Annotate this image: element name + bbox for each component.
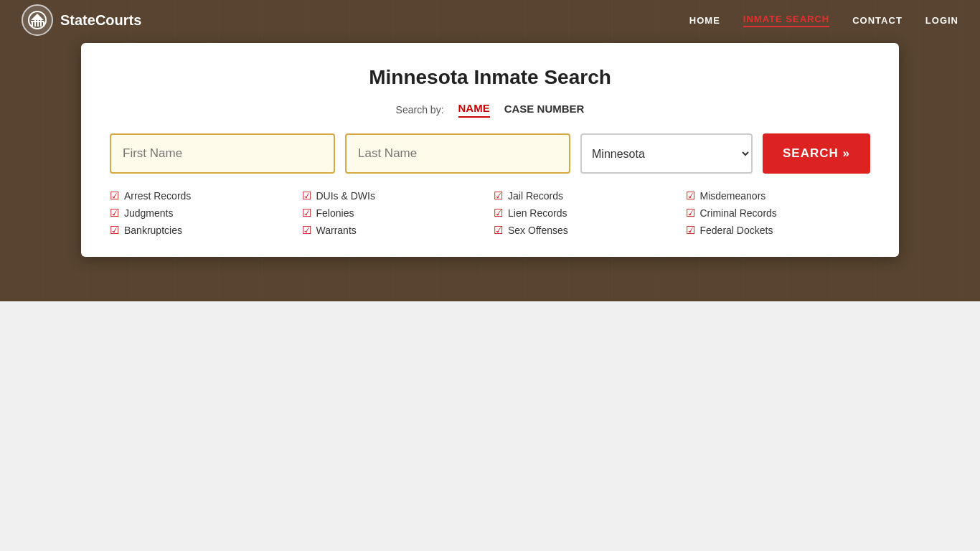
logo-area: StateCourts	[22, 4, 141, 36]
checkbox-label: Jail Records	[508, 190, 563, 202]
checkbox-item: ☑DUIs & DWIs	[302, 189, 487, 202]
checkbox-item: ☑Misdemeanors	[686, 189, 871, 202]
nav-home[interactable]: HOME	[689, 15, 720, 26]
top-navigation: StateCourts HOME INMATE SEARCH CONTACT L…	[0, 0, 980, 40]
search-by-label: Search by:	[396, 104, 444, 116]
check-icon: ☑	[110, 189, 119, 202]
checkbox-label: Felonies	[316, 207, 354, 219]
search-card: Minnesota Inmate Search Search by: NAME …	[81, 43, 899, 257]
checkbox-label: Bankruptcies	[124, 225, 182, 236]
svg-rect-1	[32, 22, 33, 27]
checkbox-item: ☑Bankruptcies	[110, 224, 295, 237]
checkbox-label: Judgments	[124, 207, 173, 219]
checkbox-item: ☑Lien Records	[494, 207, 679, 220]
check-icon: ☑	[302, 207, 311, 220]
first-name-input[interactable]	[110, 133, 335, 174]
svg-rect-5	[43, 22, 44, 27]
checkbox-item: ☑Criminal Records	[686, 207, 871, 220]
checkbox-label: DUIs & DWIs	[316, 190, 375, 202]
nav-contact[interactable]: CONTACT	[852, 15, 903, 26]
check-icon: ☑	[494, 207, 503, 220]
search-by-row: Search by: NAME CASE NUMBER	[110, 102, 870, 118]
checkbox-item: ☑Arrest Records	[110, 189, 295, 202]
hero-section: COURTHOUSE StateCourts HOME INMATE SEARC	[0, 0, 980, 301]
check-icon: ☑	[494, 189, 503, 202]
checkbox-label: Criminal Records	[700, 207, 777, 219]
nav-inmate-search[interactable]: INMATE SEARCH	[743, 14, 829, 27]
checkbox-label: Arrest Records	[124, 190, 191, 202]
checkbox-label: Sex Offenses	[508, 225, 568, 236]
svg-marker-7	[31, 14, 44, 20]
state-select[interactable]: Minnesota Alabama Alaska Colorado	[580, 133, 753, 174]
check-icon: ☑	[686, 224, 695, 237]
checkbox-item: ☑Federal Dockets	[686, 224, 871, 237]
check-icon: ☑	[110, 224, 119, 237]
svg-rect-6	[31, 21, 44, 22]
search-inputs-row: Minnesota Alabama Alaska Colorado SEARCH…	[110, 133, 870, 174]
tab-name[interactable]: NAME	[458, 102, 490, 118]
check-icon: ☑	[302, 189, 311, 202]
checkbox-item: ☑Jail Records	[494, 189, 679, 202]
search-button[interactable]: SEARCH »	[763, 133, 870, 174]
checkbox-label: Misdemeanors	[700, 190, 766, 202]
svg-rect-2	[34, 19, 36, 27]
checkbox-item: ☑Warrants	[302, 224, 487, 237]
tab-case-number[interactable]: CASE NUMBER	[504, 103, 585, 117]
nav-login[interactable]: LOGIN	[925, 15, 958, 26]
search-card-title: Minnesota Inmate Search	[110, 66, 870, 89]
checkbox-item: ☑Felonies	[302, 207, 487, 220]
checkbox-item: ☑Sex Offenses	[494, 224, 679, 237]
check-icon: ☑	[494, 224, 503, 237]
checkbox-label: Lien Records	[508, 207, 567, 219]
check-icon: ☑	[686, 207, 695, 220]
check-icon: ☑	[686, 189, 695, 202]
checkbox-item: ☑Judgments	[110, 207, 295, 220]
checkbox-label: Federal Dockets	[700, 225, 773, 236]
checkboxes-grid: ☑Arrest Records☑DUIs & DWIs☑Jail Records…	[110, 189, 870, 237]
check-icon: ☑	[302, 224, 311, 237]
check-icon: ☑	[110, 207, 119, 220]
checkbox-label: Warrants	[316, 225, 357, 236]
nav-links: HOME INMATE SEARCH CONTACT LOGIN	[689, 14, 958, 27]
logo-icon	[22, 4, 53, 36]
last-name-input[interactable]	[345, 133, 570, 174]
svg-rect-4	[40, 19, 42, 27]
site-name: StateCourts	[60, 12, 141, 29]
